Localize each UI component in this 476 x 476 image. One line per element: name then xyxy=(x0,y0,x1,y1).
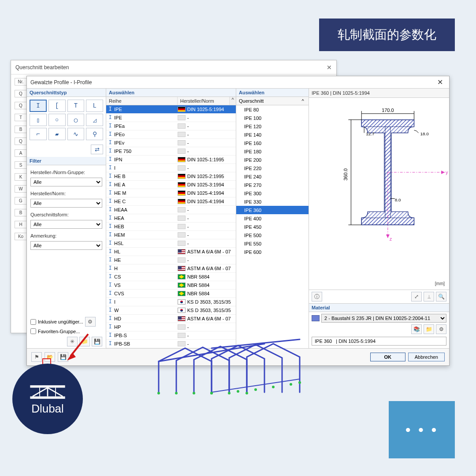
svg-text:12.7: 12.7 xyxy=(366,131,375,136)
size-row[interactable]: IPE 100 xyxy=(236,114,309,122)
back-dialog-stub: Nr.QQTBQASKWGBHKo xyxy=(15,78,27,240)
size-row[interactable]: IPE 400 xyxy=(236,214,309,223)
dim-button[interactable]: ⟂ xyxy=(424,292,434,301)
series-row[interactable]: IHEB- xyxy=(106,223,236,231)
series-row[interactable]: IHE BDIN 1025-2:1995 xyxy=(106,172,236,181)
svg-point-27 xyxy=(193,392,195,394)
filter-shape[interactable]: Alle xyxy=(30,220,102,229)
series-row[interactable]: IIPEv- xyxy=(106,139,236,147)
section-type-button[interactable]: ▰ xyxy=(48,128,66,140)
svg-point-25 xyxy=(157,392,160,394)
series-row[interactable]: IIPEo- xyxy=(106,130,236,139)
size-row[interactable]: IPE 180 xyxy=(236,147,309,156)
svg-point-32 xyxy=(237,390,239,393)
series-col-name[interactable]: Reihe xyxy=(106,97,178,105)
size-row[interactable]: IPE 450 xyxy=(236,223,309,231)
series-col-norm[interactable]: Hersteller/Norm xyxy=(178,97,230,105)
include-invalid-checkbox[interactable] xyxy=(30,319,36,325)
series-row[interactable]: IIPE- xyxy=(106,114,236,122)
section-type-button[interactable]: ⚲ xyxy=(86,128,103,140)
series-row[interactable]: IHSL- xyxy=(106,239,236,248)
series-row[interactable]: IHE CDIN 1025-4:1994 xyxy=(106,197,236,206)
series-row[interactable]: IIPEa- xyxy=(106,122,236,130)
close-icon[interactable]: ✕ xyxy=(435,78,446,86)
size-row[interactable]: IPE 330 xyxy=(236,197,309,206)
close-icon[interactable]: ✕ xyxy=(327,64,332,71)
series-row[interactable]: IWKS D 3503, 3515/35 xyxy=(106,306,236,315)
favorites-checkbox[interactable] xyxy=(30,328,36,334)
series-row[interactable]: IHEA- xyxy=(106,214,236,223)
filter-manufacturer[interactable]: Alle xyxy=(30,199,102,208)
section-type-button[interactable]: ◯ xyxy=(67,114,85,126)
section-type-button[interactable]: T xyxy=(67,100,85,112)
series-row[interactable]: IIPEDIN 1025-5:1994 xyxy=(106,105,236,114)
parametrize-button[interactable]: ⚑ xyxy=(31,352,42,362)
section-type-button[interactable]: ∿ xyxy=(67,128,85,140)
size-row[interactable]: IPE 600 xyxy=(236,248,309,256)
series-row[interactable]: IHEAA- xyxy=(106,206,236,214)
series-row[interactable]: IIKS D 3503, 3515/35 xyxy=(106,298,236,306)
filter-note[interactable]: Alle xyxy=(30,241,102,250)
size-row[interactable]: IPE 360 xyxy=(236,206,309,214)
svg-rect-37 xyxy=(30,385,65,387)
section-type-button[interactable]: ⌐ xyxy=(30,128,47,140)
section-type-button[interactable]: ▯ xyxy=(30,114,47,126)
size-row[interactable]: IPE 120 xyxy=(236,122,309,130)
section-type-button[interactable]: I xyxy=(30,100,47,112)
series-row[interactable]: IHLASTM A 6/A 6M - 07 xyxy=(106,248,236,256)
library-button[interactable]: 📚 xyxy=(411,324,422,334)
section-readout[interactable] xyxy=(312,337,446,346)
axis-button[interactable]: ⤢ xyxy=(411,292,422,301)
section-type-button[interactable]: [ xyxy=(48,100,66,112)
size-row[interactable]: IPE 160 xyxy=(236,139,309,147)
size-row[interactable]: IPE 270 xyxy=(236,181,309,189)
series-row[interactable]: IHASTM A 6/A 6M - 07 xyxy=(106,264,236,273)
series-row[interactable]: IHE ADIN 1025-3:1994 xyxy=(106,181,236,189)
section-type-button[interactable]: ○ xyxy=(48,114,66,126)
size-list[interactable]: IPE 80IPE 100IPE 120IPE 140IPE 160IPE 18… xyxy=(236,105,309,348)
ok-button[interactable]: OK xyxy=(370,353,405,361)
series-row[interactable]: IHE MDIN 1025-4:1994 xyxy=(106,189,236,197)
series-row[interactable]: IIPNDIN 1025-1:1995 xyxy=(106,156,236,164)
sizes-col-head[interactable]: Querschnitt xyxy=(239,98,300,104)
size-row[interactable]: IPE 240 xyxy=(236,172,309,181)
sizes-label: Auswählen xyxy=(236,89,309,97)
settings-button[interactable]: ⚙ xyxy=(85,317,96,327)
svg-point-35 xyxy=(290,383,292,386)
series-row[interactable]: ICSNBR 5884 xyxy=(106,273,236,281)
info-button[interactable]: ⓘ xyxy=(312,292,322,301)
more-tile[interactable]: • • • xyxy=(389,401,455,458)
save-button[interactable]: 💾 xyxy=(92,337,102,346)
series-row[interactable]: IHE- xyxy=(106,256,236,264)
series-list[interactable]: IIPEDIN 1025-5:1994IIPE-IIPEa-IIPEo-IIPE… xyxy=(106,105,236,348)
svg-point-31 xyxy=(210,392,213,394)
size-row[interactable]: IPE 500 xyxy=(236,231,309,239)
series-row[interactable]: ICVSNBR 5884 xyxy=(106,290,236,298)
size-row[interactable]: IPE 220 xyxy=(236,164,309,172)
material-select[interactable]: 2 - Baustahl S 235 JR | DIN EN 10025-2:2… xyxy=(321,314,446,323)
series-row[interactable]: II- xyxy=(106,164,236,172)
svg-marker-21 xyxy=(386,234,390,238)
section-type-button[interactable]: L xyxy=(86,100,103,112)
svg-text:z: z xyxy=(390,236,392,242)
series-row[interactable]: IIPE 750- xyxy=(106,147,236,156)
scroll-up-icon[interactable]: ^ xyxy=(230,97,236,105)
mat-settings-button[interactable]: ⚙ xyxy=(436,324,446,334)
size-row[interactable]: IPE 550 xyxy=(236,239,309,248)
filter-manufacturer-group[interactable]: Alle xyxy=(30,178,102,186)
svg-point-26 xyxy=(175,392,178,394)
svg-text:y: y xyxy=(446,170,448,175)
zoom-button[interactable]: 🔍 xyxy=(436,292,446,301)
size-row[interactable]: IPE 200 xyxy=(236,156,309,164)
flip-button[interactable]: ⇄ xyxy=(91,145,103,154)
cancel-button[interactable]: Abbrechen xyxy=(408,353,445,361)
scroll-up-icon[interactable]: ^ xyxy=(300,98,306,104)
size-row[interactable]: IPE 300 xyxy=(236,189,309,197)
svg-marker-18 xyxy=(441,171,445,174)
series-row[interactable]: IHEM- xyxy=(106,231,236,239)
size-row[interactable]: IPE 140 xyxy=(236,130,309,139)
size-row[interactable]: IPE 80 xyxy=(236,105,309,114)
section-type-button[interactable]: ◿ xyxy=(86,114,103,126)
series-row[interactable]: IVSNBR 5884 xyxy=(106,281,236,290)
mat-folder-button[interactable]: 📁 xyxy=(424,324,434,334)
